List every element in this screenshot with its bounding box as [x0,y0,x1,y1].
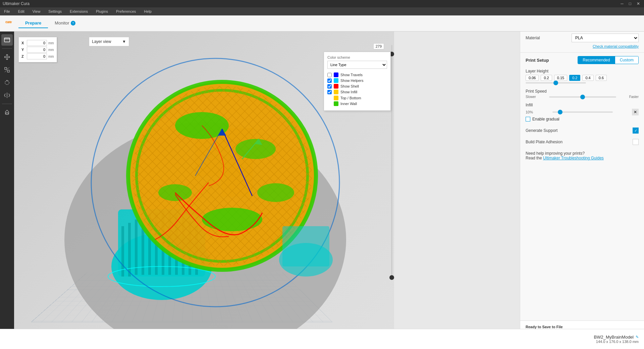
monitor-help-icon[interactable]: ? [71,21,75,26]
infill-slider[interactable] [552,111,613,113]
coord-z-unit: mm [48,55,54,58]
menu-preferences[interactable]: Preferences [115,9,137,14]
svg-rect-4 [6,113,8,114]
lh-btn-04[interactable]: 0.4 [582,75,593,81]
material-row: Material PLA ABS PETG [526,34,639,42]
coord-x-row: X mm [21,40,54,46]
print-speed-section: Print Speed Slower Faster [520,87,644,101]
svg-rect-2 [7,70,9,72]
header: cura· Prepare Monitor ? [0,15,644,32]
material-select[interactable]: PLA ABS PETG [572,34,639,42]
layer-height-slider[interactable] [526,82,586,84]
menu-settings[interactable]: Settings [47,9,63,14]
coord-display: X mm Y mm Z mm [18,37,57,62]
edit-model-icon[interactable]: ✎ [636,335,639,339]
build-plate-checkbox[interactable] [633,139,639,145]
maximize-button[interactable]: □ [628,1,633,6]
color-scheme-title: Color scheme [327,55,387,59]
coord-z-input[interactable] [27,53,47,59]
speed-slower-label: Slower [526,95,536,99]
coord-y-unit: mm [48,48,54,52]
svg-point-31 [257,183,294,202]
help-text-section: Need help improving your prints? Read th… [520,148,644,164]
save-status: Ready to Save to File [526,325,639,329]
infill-row: 10% ✕ [526,109,639,115]
viewport[interactable]: Layer view ▼ Color scheme Line Type Spee… [14,32,394,349]
print-setup-title: Print Setup [526,58,549,63]
print-setup-header: Print Setup Recommended Custom [520,53,644,67]
troubleshooting-link[interactable]: Ultimaker Troubleshooting Guides [543,156,604,160]
coord-x-input[interactable] [27,40,47,46]
layer-view-select[interactable]: Layer view ▼ [89,37,129,46]
menu-view[interactable]: View [31,9,42,14]
generate-support-row: Generate Support ✓ [520,125,644,136]
menubar: File Edit View Settings Extensions Plugi… [0,7,644,15]
color-item-travels: Show Travels [327,72,387,77]
layer-slider-track [391,45,392,280]
sidebar-scale[interactable] [1,64,13,76]
svg-rect-1 [5,67,7,69]
sidebar-divider-1 [2,48,12,49]
lh-btn-006[interactable]: 0.06 [526,75,539,81]
menu-plugins[interactable]: Plugins [95,9,109,14]
generate-support-checkbox[interactable]: ✓ [633,128,639,134]
menu-edit[interactable]: Edit [17,9,26,14]
sidebar-rotate[interactable] [1,77,13,88]
logo-text: cura [5,20,11,23]
coord-z-row: Z mm [21,53,54,59]
svg-rect-8 [121,226,124,277]
app-title: Ultimaker Cura [3,1,30,6]
coord-y-input[interactable] [27,47,47,53]
menu-extensions[interactable]: Extensions [68,9,89,14]
color-scheme-select[interactable]: Line Type Speed Layer Thickness [327,61,387,69]
layer-height-label: Layer Height [526,69,639,73]
tab-custom[interactable]: Custom [615,56,638,64]
bottom-bar: BW2_MyBrainModel ✎ 144.0 x 176.0 x 138.0… [0,329,644,349]
model-info: BW2_MyBrainModel ✎ 144.0 x 176.0 x 138.0… [594,335,639,344]
print-speed-label: Print Speed [526,89,639,94]
minimize-button[interactable]: ─ [619,1,625,6]
show-shell-checkbox[interactable] [327,84,332,89]
shell-color-dot [334,84,338,89]
sidebar-open-file[interactable] [1,34,13,46]
lh-btn-02a[interactable]: 0.2 [541,75,552,81]
coord-x-unit: mm [48,41,54,45]
enable-gradual-checkbox[interactable] [526,117,530,121]
menu-help[interactable]: Help [143,9,153,14]
sidebar-divider-2 [2,104,12,104]
close-button[interactable]: ✕ [635,1,641,6]
svg-point-3 [5,81,9,85]
color-scheme-panel: Color scheme Line Type Speed Layer Thick… [324,52,391,111]
lh-btn-015[interactable]: 0.15 [554,75,567,81]
lh-btn-06[interactable]: 0.6 [596,75,607,81]
sidebar-move[interactable] [1,51,13,63]
sidebar-mirror[interactable] [1,90,13,101]
svg-rect-10 [135,219,138,275]
layer-view-chevron-icon: ▼ [122,39,126,44]
tab-monitor[interactable]: Monitor ? [48,18,82,28]
panel-spacer [520,164,644,320]
lh-btn-02b[interactable]: 0.2 [569,75,580,81]
check-material-link[interactable]: Check material compatibility [526,44,639,48]
layer-slider-bottom-thumb[interactable] [389,275,394,280]
color-item-innerwall: Inner Wall [327,101,387,106]
coord-x-label: X [21,41,25,45]
svg-point-28 [235,139,276,159]
layer-slider-container: 279 [391,38,392,300]
show-infill-checkbox[interactable] [327,90,332,94]
infill-clear-button[interactable]: ✕ [632,109,639,115]
layer-slider-value: 279 [373,43,384,49]
menu-file[interactable]: File [3,9,11,14]
titlebar: Ultimaker Cura ─ □ ✕ [0,0,644,7]
show-travels-checkbox[interactable] [327,73,332,77]
print-speed-slider[interactable] [549,96,616,98]
sidebar-support[interactable] [1,107,13,118]
print-setup-tabs: Recommended Custom [578,56,639,64]
viewport-bg: Layer view ▼ Color scheme Line Type Spee… [14,32,394,349]
build-plate-label: Build Plate Adhesion [526,140,562,144]
svg-rect-0 [4,38,10,42]
show-helpers-checkbox[interactable] [327,79,332,83]
tab-recommended[interactable]: Recommended [578,56,615,64]
tab-prepare[interactable]: Prepare [18,18,48,28]
layer-view-dropdown: Layer view ▼ [89,37,129,46]
